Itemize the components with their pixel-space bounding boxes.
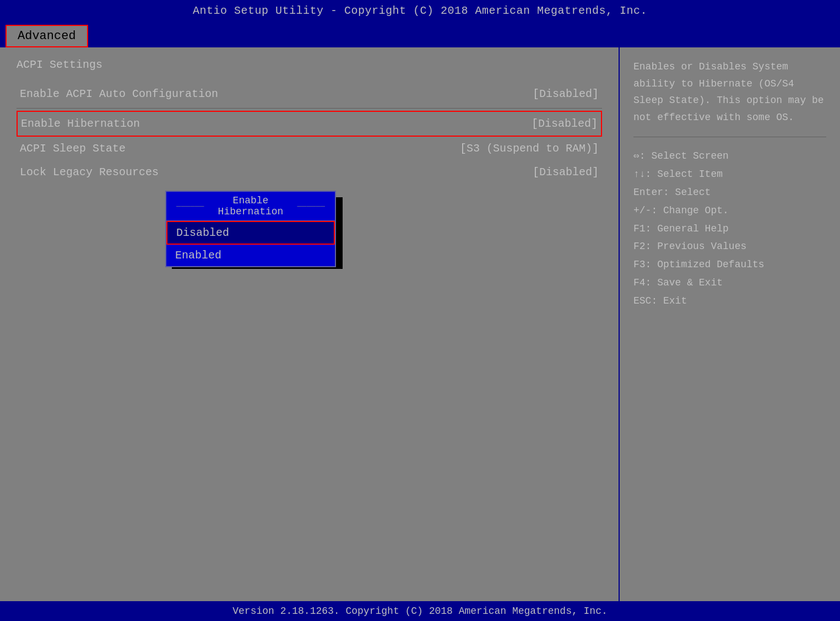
- help-row: +/-: Change Opt.: [633, 203, 826, 219]
- title-bar: Antio Setup Utility - Copyright (C) 2018…: [0, 0, 840, 21]
- main-content: ACPI Settings Enable ACPI Auto Configura…: [0, 47, 840, 601]
- popup-title: Enable Hibernation: [166, 192, 335, 221]
- divider: [17, 108, 602, 109]
- help-row: F3: Optimized Defaults: [633, 257, 826, 273]
- setting-value: [Disabled]: [533, 166, 599, 179]
- advanced-tab[interactable]: Advanced: [6, 25, 88, 47]
- help-row: Enter: Select: [633, 185, 826, 201]
- table-row[interactable]: Enable ACPI Auto Configuration [Disabled…: [17, 82, 602, 106]
- setting-value: [Disabled]: [533, 88, 599, 100]
- help-section: ⇔: Select Screen ↑↓: Select Item Enter: …: [633, 137, 826, 309]
- menu-bar: Advanced: [0, 21, 840, 47]
- popup-dialog: Enable Hibernation Disabled Enabled: [165, 191, 336, 267]
- popup-overlay: Enable Hibernation Disabled Enabled: [165, 191, 336, 267]
- bios-screen: Antio Setup Utility - Copyright (C) 2018…: [0, 0, 840, 621]
- setting-value: [S3 (Suspend to RAM)]: [460, 142, 599, 155]
- setting-label: Enable Hibernation: [21, 117, 532, 130]
- popup-item-enabled[interactable]: Enabled: [166, 245, 335, 266]
- left-panel: ACPI Settings Enable ACPI Auto Configura…: [0, 47, 620, 601]
- settings-table: Enable ACPI Auto Configuration [Disabled…: [17, 82, 602, 184]
- help-row: F1: General Help: [633, 221, 826, 237]
- setting-label: Enable ACPI Auto Configuration: [20, 88, 533, 100]
- help-row: ↑↓: Select Item: [633, 166, 826, 182]
- setting-label: ACPI Sleep State: [20, 142, 460, 155]
- help-row: ESC: Exit: [633, 293, 826, 309]
- help-row: F2: Previous Values: [633, 239, 826, 255]
- setting-label: Lock Legacy Resources: [20, 166, 533, 179]
- right-panel: Enables or Disables System ability to Hi…: [620, 47, 840, 601]
- popup-item-disabled[interactable]: Disabled: [166, 221, 335, 245]
- status-bar: Version 2.18.1263. Copyright (C) 2018 Am…: [0, 601, 840, 621]
- section-title: ACPI Settings: [17, 58, 602, 71]
- table-row[interactable]: Lock Legacy Resources [Disabled]: [17, 160, 602, 184]
- setting-value: [Disabled]: [532, 117, 598, 130]
- description-text: Enables or Disables System ability to Hi…: [633, 58, 826, 126]
- table-row[interactable]: ACPI Sleep State [S3 (Suspend to RAM)]: [17, 137, 602, 160]
- title-text: Antio Setup Utility - Copyright (C) 2018…: [193, 4, 647, 17]
- help-row: ⇔: Select Screen: [633, 148, 826, 164]
- table-row-highlighted[interactable]: Enable Hibernation [Disabled]: [17, 111, 602, 137]
- help-row: F4: Save & Exit: [633, 275, 826, 291]
- status-text: Version 2.18.1263. Copyright (C) 2018 Am…: [232, 606, 608, 617]
